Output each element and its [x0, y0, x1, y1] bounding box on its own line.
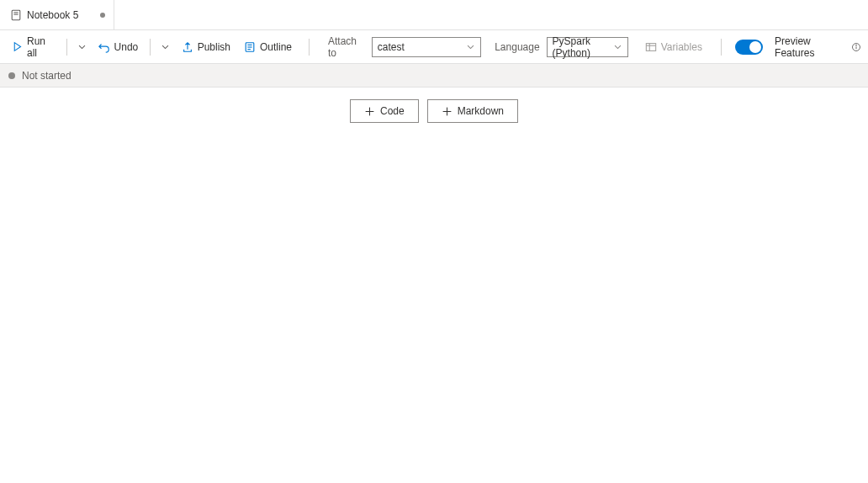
attach-to-value: catest [378, 41, 405, 53]
tab-bar: Notebook 5 [0, 0, 868, 30]
variables-icon [645, 41, 657, 53]
variables-label: Variables [661, 41, 702, 53]
notebook-icon [10, 9, 22, 21]
undo-icon [98, 41, 110, 53]
preview-features-toggle[interactable] [735, 40, 763, 55]
separator [150, 39, 151, 56]
chevron-down-icon [77, 42, 87, 51]
status-indicator-icon [8, 72, 15, 79]
notebook-tab[interactable]: Notebook 5 [5, 0, 114, 29]
toggle-knob [749, 41, 761, 53]
add-code-label: Code [380, 105, 405, 117]
undo-more-button[interactable] [157, 35, 172, 59]
plus-icon [442, 106, 453, 117]
info-icon[interactable] [851, 42, 861, 52]
publish-icon [182, 41, 193, 53]
undo-label: Undo [114, 41, 139, 53]
attach-to-label: Attach to [328, 35, 365, 59]
add-markdown-label: Markdown [458, 105, 504, 117]
tab-title: Notebook 5 [27, 9, 78, 21]
chevron-down-icon [161, 42, 170, 51]
dirty-indicator-icon [100, 13, 105, 18]
language-dropdown[interactable]: PySpark (Python) [547, 37, 628, 57]
undo-button[interactable]: Undo [93, 35, 144, 59]
publish-label: Publish [198, 41, 230, 53]
toolbar: Run all Undo Publish Outline Attach to c… [0, 30, 868, 64]
svg-rect-0 [12, 10, 20, 19]
separator [721, 39, 722, 56]
add-code-cell-button[interactable]: Code [350, 99, 419, 123]
language-label: Language [495, 41, 539, 53]
run-all-label: Run all [27, 35, 55, 59]
chevron-down-icon [613, 42, 622, 51]
outline-icon [244, 41, 256, 53]
chevron-down-icon [466, 42, 475, 51]
attach-to-dropdown[interactable]: catest [372, 37, 481, 57]
add-cell-row: Code Markdown [0, 99, 868, 123]
preview-features-label: Preview Features [775, 35, 846, 59]
add-markdown-cell-button[interactable]: Markdown [427, 99, 518, 123]
status-text: Not started [22, 70, 71, 82]
separator [309, 39, 310, 56]
status-bar: Not started [0, 64, 868, 88]
plus-icon [364, 106, 375, 117]
variables-button: Variables [640, 35, 707, 59]
run-all-button[interactable]: Run all [7, 35, 60, 59]
publish-button[interactable]: Publish [177, 35, 236, 59]
play-icon [12, 41, 23, 52]
language-value: PySpark (Python) [553, 35, 613, 59]
run-all-more-button[interactable] [74, 35, 89, 59]
outline-label: Outline [260, 41, 292, 53]
separator [66, 39, 67, 56]
preview-features-label-group: Preview Features [775, 35, 861, 59]
outline-button[interactable]: Outline [239, 35, 297, 59]
svg-rect-8 [646, 43, 655, 50]
svg-point-13 [856, 45, 857, 45]
svg-marker-3 [14, 43, 20, 51]
